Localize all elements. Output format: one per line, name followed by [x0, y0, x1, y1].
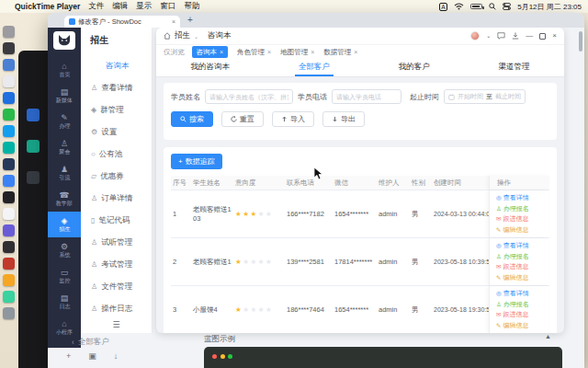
action-enroll[interactable]: ♙办理报名	[496, 300, 549, 309]
action-view-details[interactable]: ◎查看详情	[496, 241, 549, 250]
browser-tab[interactable]: 修改客户 - ShowDoc ×	[64, 16, 180, 28]
primary-sidebar-item[interactable]: ♙ 聚会	[48, 134, 81, 160]
secondary-sidebar-item[interactable]: ◈群管理	[81, 98, 152, 121]
tag-close-icon[interactable]: ×	[311, 49, 314, 55]
dock-app-icon[interactable]	[3, 241, 15, 253]
tag-close-icon[interactable]: ×	[267, 49, 271, 55]
menu-item[interactable]: 窗口	[160, 1, 175, 12]
chat-icon[interactable]	[497, 32, 505, 40]
user-avatar[interactable]	[470, 31, 480, 40]
dock-app-icon[interactable]	[3, 75, 15, 87]
tag-close-icon[interactable]: ×	[354, 49, 357, 55]
fullscreen-button[interactable]	[539, 33, 546, 40]
dock-app-icon[interactable]	[3, 274, 15, 286]
tab-close-icon[interactable]: ×	[172, 18, 175, 25]
avatar-chevron-icon[interactable]: ⌄	[486, 32, 491, 40]
primary-sidebar-item[interactable]: ▤ 日志	[48, 289, 81, 315]
spotlight-search-icon[interactable]	[489, 3, 496, 10]
menubar-clock[interactable]: 5月12日 周二 23:05	[517, 2, 582, 12]
app-logo[interactable]	[53, 31, 75, 50]
action-view-details[interactable]: ◎查看详情	[496, 289, 549, 298]
download-icon[interactable]	[512, 32, 519, 40]
action-follow-up[interactable]: ✉跟进信息	[496, 310, 549, 319]
primary-sidebar-item[interactable]: ▭ 监控	[48, 263, 81, 289]
dock-app-icon[interactable]	[3, 175, 15, 187]
dock-app-icon[interactable]	[3, 142, 15, 154]
export-button[interactable]: 导出	[322, 111, 365, 127]
battery-icon[interactable]	[470, 4, 482, 9]
menu-item[interactable]: 显示	[136, 1, 152, 12]
dock-app-icon[interactable]	[3, 92, 15, 104]
import-button[interactable]: 导入	[272, 111, 314, 127]
menu-app-name[interactable]: QuickTime Player	[15, 2, 80, 11]
dock-app-icon[interactable]	[3, 42, 15, 54]
secondary-sidebar-item[interactable]: ○公有池	[81, 143, 152, 165]
dock-app-icon[interactable]	[3, 26, 15, 38]
student-phone-input[interactable]	[332, 89, 401, 104]
primary-sidebar-item[interactable]: ◈ 招生	[48, 212, 81, 237]
copy-icon[interactable]: ▣	[88, 351, 96, 361]
menu-item[interactable]: 帮助	[184, 1, 199, 12]
back-to-top-button[interactable]: ▲	[545, 333, 551, 339]
secondary-sidebar-item[interactable]: ♙试听管理	[81, 231, 152, 253]
secondary-sidebar-item[interactable]: ▯笔记代码	[81, 209, 152, 231]
menu-item[interactable]: 文件	[88, 1, 104, 12]
minimize-button[interactable]: —	[526, 32, 533, 40]
secondary-sidebar-item[interactable]: ♙考试管理	[81, 253, 152, 275]
wifi-icon[interactable]	[454, 3, 464, 10]
back-link[interactable]: ‹ 全部客户	[72, 337, 109, 348]
download-icon[interactable]: ↓	[114, 351, 119, 361]
primary-sidebar-item[interactable]: ▤ 新媒体	[48, 83, 81, 109]
action-view-details[interactable]: ◎查看详情	[496, 193, 549, 202]
primary-sidebar-item[interactable]: ⌂ 首页	[48, 57, 81, 83]
menu-item[interactable]: 编辑	[112, 1, 128, 12]
tag-chip[interactable]: 咨询本 ×	[192, 46, 229, 58]
close-button[interactable]: ×	[552, 32, 557, 40]
tag-chip[interactable]: 角色管理 ×	[237, 48, 271, 57]
action-enroll[interactable]: ♙办理报名	[496, 252, 549, 261]
breadcrumb-item[interactable]: 招生	[175, 30, 190, 41]
tag-chip[interactable]: 数据管理 ×	[323, 48, 357, 57]
content-tab[interactable]: 渠道管理	[495, 59, 534, 76]
input-source-icon[interactable]: A	[439, 3, 447, 11]
action-follow-up[interactable]: ✉跟进信息	[496, 214, 549, 224]
content-tab[interactable]: 全部客户	[295, 59, 334, 76]
primary-sidebar-item[interactable]: ⚙ 系统	[48, 237, 81, 263]
action-follow-up[interactable]: ✉跟进信息	[496, 262, 549, 271]
secondary-sidebar-item[interactable]: 咨询本	[81, 54, 152, 76]
content-tab[interactable]: 我的咨询本	[187, 59, 233, 76]
dock-app-icon[interactable]	[3, 109, 15, 121]
search-button[interactable]: 搜索	[171, 111, 213, 127]
primary-sidebar-item[interactable]: ♟ 引流	[48, 160, 81, 186]
control-center-icon[interactable]	[503, 3, 511, 10]
dock-app-icon[interactable]	[3, 59, 15, 71]
primary-sidebar-item[interactable]: ✎ 办理	[48, 109, 81, 134]
content-tab[interactable]: 我的客户	[395, 59, 434, 76]
action-edit-info[interactable]: ✎编辑信息	[496, 225, 549, 235]
background-window[interactable]	[18, 51, 48, 368]
data-tracking-button[interactable]: + 数据追踪	[171, 154, 222, 169]
dock-app-icon[interactable]	[3, 158, 15, 170]
tag-chip[interactable]: 地图管理 ×	[280, 48, 314, 57]
new-tab-button[interactable]: +	[187, 15, 193, 25]
dock-app-icon[interactable]	[3, 125, 15, 137]
reset-button[interactable]: 重置	[221, 111, 264, 127]
primary-sidebar-item[interactable]: ☎ 教学部	[48, 186, 81, 212]
secondary-sidebar-item[interactable]: ♙操作日志	[81, 297, 152, 319]
action-edit-info[interactable]: ✎编辑信息	[496, 321, 549, 330]
action-enroll[interactable]: ♙办理报名	[496, 204, 549, 213]
dock-app-icon[interactable]	[3, 191, 15, 203]
action-edit-info[interactable]: ✎编辑信息	[496, 273, 549, 282]
secondary-sidebar-item[interactable]: ♙文件管理	[81, 275, 152, 297]
sidebar-collapse-icon[interactable]: ☰	[81, 320, 152, 329]
add-icon[interactable]: +	[66, 351, 71, 361]
dock-app-icon[interactable]	[3, 224, 15, 236]
date-range-input[interactable]: 开始时间 至 截止时间	[444, 89, 526, 104]
secondary-sidebar-item[interactable]: ⚙设置	[81, 121, 152, 143]
chevron-down-icon[interactable]: ⌄	[194, 33, 198, 40]
secondary-sidebar-item[interactable]: ♙订单详情	[81, 187, 152, 209]
secondary-sidebar-item[interactable]: ▱优惠券	[81, 165, 152, 187]
dock-app-icon[interactable]	[3, 208, 15, 220]
dock-app-icon[interactable]	[3, 307, 15, 319]
secondary-sidebar-item[interactable]: ♙查看详情	[81, 76, 152, 98]
